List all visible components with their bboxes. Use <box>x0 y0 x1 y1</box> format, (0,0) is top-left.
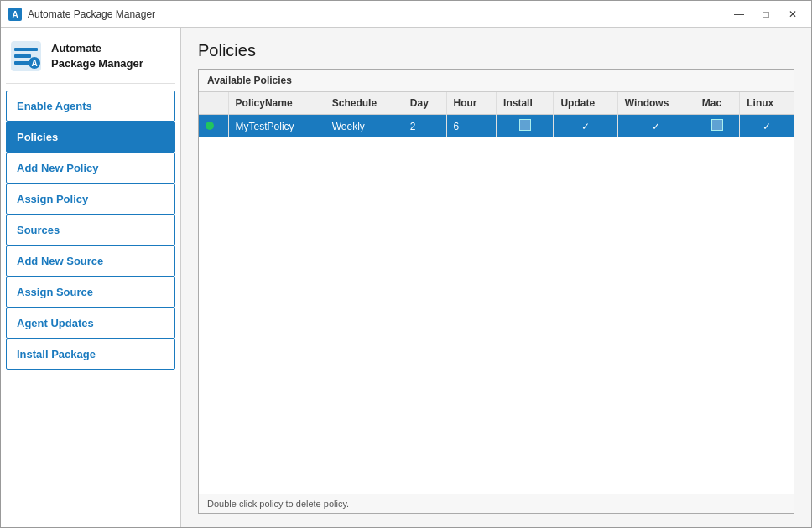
col-header-day: Day <box>403 92 446 115</box>
policies-panel: Available Policies PolicyNameScheduleDay… <box>198 69 794 514</box>
col-header-schedule: Schedule <box>325 92 403 115</box>
cell-status <box>199 115 228 138</box>
svg-rect-3 <box>14 48 38 51</box>
cell-day: 2 <box>403 115 446 138</box>
nav-btn-install-package[interactable]: Install Package <box>6 339 175 370</box>
svg-rect-4 <box>14 54 31 58</box>
content-area: A Automate Package Manager Enable Agents… <box>1 28 811 527</box>
col-header-status <box>199 92 228 115</box>
col-header-windows: Windows <box>617 92 695 115</box>
svg-text:A: A <box>12 10 18 19</box>
nav-btn-assign-policy[interactable]: Assign Policy <box>6 184 175 215</box>
cell-update: ✓ <box>554 115 617 138</box>
update-check: ✓ <box>581 121 590 132</box>
nav-menu: Enable AgentsPoliciesAdd New PolicyAssig… <box>6 91 175 370</box>
title-bar-controls: — □ ✕ <box>727 6 804 23</box>
col-header-hour: Hour <box>446 92 497 115</box>
nav-btn-policies[interactable]: Policies <box>6 122 175 153</box>
maximize-button[interactable]: □ <box>754 6 778 23</box>
logo-svg: A <box>9 39 43 73</box>
mac-checkbox <box>711 119 723 131</box>
nav-btn-add-new-source[interactable]: Add New Source <box>6 246 175 277</box>
col-header-linux: Linux <box>740 92 794 115</box>
title-bar: A Automate Package Manager — □ ✕ <box>1 1 811 28</box>
panel-header: Available Policies <box>199 70 794 92</box>
table-row[interactable]: MyTestPolicyWeekly26✓✓✓ <box>199 115 794 138</box>
cell-policy-name: MyTestPolicy <box>228 115 325 138</box>
app-icon: A <box>8 7 23 22</box>
svg-text:A: A <box>31 59 37 68</box>
panel-footer: Double click policy to delete policy. <box>199 494 794 513</box>
nav-btn-enable-agents[interactable]: Enable Agents <box>6 91 175 122</box>
sidebar-logo: A <box>9 39 43 73</box>
col-header-update: Update <box>554 92 617 115</box>
sidebar-header: A Automate Package Manager <box>6 34 175 84</box>
nav-btn-agent-updates[interactable]: Agent Updates <box>6 308 175 339</box>
title-bar-title: Automate Package Manager <box>28 8 155 20</box>
page-title: Policies <box>198 41 794 60</box>
col-header-mac: Mac <box>695 92 739 115</box>
cell-schedule: Weekly <box>325 115 403 138</box>
app-window: A Automate Package Manager — □ ✕ <box>0 0 812 528</box>
cell-hour: 6 <box>446 115 497 138</box>
title-bar-left: A Automate Package Manager <box>8 7 155 22</box>
minimize-button[interactable]: — <box>727 6 751 23</box>
cell-windows: ✓ <box>617 115 695 138</box>
nav-btn-sources[interactable]: Sources <box>6 215 175 246</box>
table-container[interactable]: PolicyNameScheduleDayHourInstallUpdateWi… <box>199 92 794 494</box>
close-button[interactable]: ✕ <box>781 6 804 23</box>
cell-mac <box>695 115 739 138</box>
nav-btn-assign-source[interactable]: Assign Source <box>6 277 175 308</box>
table-body: MyTestPolicyWeekly26✓✓✓ <box>199 115 794 138</box>
sidebar: A Automate Package Manager Enable Agents… <box>1 28 181 527</box>
main-content: Policies Available Policies PolicyNameSc… <box>181 28 811 527</box>
linux-check: ✓ <box>763 121 771 132</box>
col-header-policy-name: PolicyName <box>228 92 325 115</box>
nav-btn-add-new-policy[interactable]: Add New Policy <box>6 153 175 184</box>
policies-table: PolicyNameScheduleDayHourInstallUpdateWi… <box>199 92 794 137</box>
cell-linux: ✓ <box>740 115 794 138</box>
sidebar-app-name: Automate Package Manager <box>51 41 143 71</box>
install-checkbox <box>519 119 531 131</box>
windows-check: ✓ <box>652 121 660 132</box>
col-header-install: Install <box>497 92 554 115</box>
cell-install <box>497 115 554 138</box>
table-header-row: PolicyNameScheduleDayHourInstallUpdateWi… <box>199 92 794 115</box>
status-dot <box>206 122 214 130</box>
